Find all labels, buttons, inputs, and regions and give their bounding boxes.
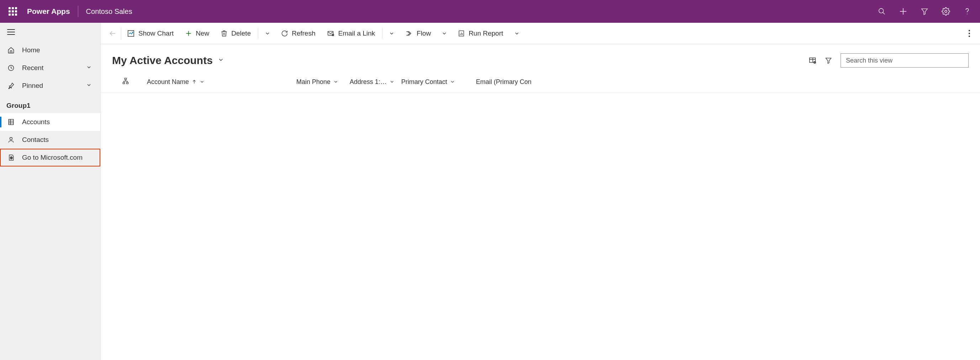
cmd-label: Delete <box>231 30 251 37</box>
show-chart-button[interactable]: Show Chart <box>121 23 179 44</box>
flow-button[interactable]: Flow <box>399 23 436 44</box>
email-icon <box>327 30 335 37</box>
new-button[interactable]: New <box>179 23 215 44</box>
more-commands-button[interactable] <box>962 23 977 44</box>
collapse-sidebar-button[interactable] <box>7 29 15 35</box>
chevron-down-icon <box>514 30 520 36</box>
cmd-label: Show Chart <box>138 30 173 37</box>
svg-marker-4 <box>922 9 928 14</box>
command-bar: Show Chart New Delete Refresh Email a Li… <box>101 23 980 44</box>
svg-point-0 <box>879 8 884 13</box>
cmd-label: Refresh <box>292 30 315 37</box>
back-button[interactable] <box>104 27 121 40</box>
site-map-sidebar: Home Recent Pinned Group1 Account <box>0 23 101 360</box>
back-arrow-icon <box>109 30 117 37</box>
svg-point-5 <box>945 10 947 13</box>
separator <box>382 28 382 39</box>
gear-icon <box>942 7 950 16</box>
column-label: Account Name <box>147 78 189 86</box>
refresh-icon <box>281 30 288 37</box>
chevron-down-icon <box>441 30 447 36</box>
globe-icon <box>7 154 15 161</box>
nav-label: Home <box>22 46 100 54</box>
filter-button[interactable] <box>919 6 930 17</box>
cmd-label: New <box>196 30 209 37</box>
nav-contacts[interactable]: Contacts <box>0 131 100 149</box>
view-selector-button[interactable] <box>218 57 224 64</box>
filter-icon <box>825 57 832 64</box>
nav-accounts[interactable]: Accounts <box>0 113 100 131</box>
svg-rect-21 <box>328 31 333 35</box>
column-header-email[interactable]: Email (Primary Con <box>476 78 969 86</box>
chevron-down-icon <box>86 82 92 90</box>
grid-column-header-row: Account Name Main Phone Address 1:… Prim… <box>101 71 980 93</box>
cmd-label: Email a Link <box>338 30 375 37</box>
column-header-address[interactable]: Address 1:… <box>350 78 401 86</box>
nav-label: Accounts <box>22 118 100 126</box>
chevron-down-icon <box>86 64 92 72</box>
refresh-button[interactable]: Refresh <box>275 23 321 44</box>
edit-columns-button[interactable] <box>808 57 816 64</box>
flow-split-button[interactable] <box>436 23 452 44</box>
plus-icon <box>185 30 192 37</box>
chevron-down-icon <box>450 79 455 84</box>
nav-label: Pinned <box>22 82 86 90</box>
delete-button[interactable]: Delete <box>215 23 256 44</box>
delete-split-button[interactable] <box>260 23 275 44</box>
sort-up-icon <box>192 79 197 84</box>
svg-line-1 <box>883 13 885 14</box>
separator <box>258 28 258 39</box>
trash-icon <box>221 30 228 37</box>
columns-icon <box>808 57 816 64</box>
plus-icon <box>899 7 907 16</box>
create-button[interactable] <box>897 6 909 17</box>
chevron-down-icon <box>390 79 395 84</box>
flow-icon <box>405 30 413 37</box>
main-content: Show Chart New Delete Refresh Email a Li… <box>101 23 980 360</box>
report-split-button[interactable] <box>509 23 525 44</box>
clock-icon <box>7 64 15 72</box>
header-divider <box>78 6 78 17</box>
nav-home[interactable]: Home <box>0 41 100 59</box>
svg-rect-32 <box>125 78 127 80</box>
hierarchy-icon <box>122 78 129 84</box>
svg-rect-33 <box>123 82 125 84</box>
help-icon <box>964 8 970 15</box>
waffle-icon <box>8 7 17 16</box>
chart-icon <box>127 30 135 37</box>
view-header: My Active Accounts <box>101 44 980 71</box>
filter-view-button[interactable] <box>825 57 832 64</box>
email-split-button[interactable] <box>384 23 399 44</box>
chevron-down-icon <box>218 57 224 63</box>
pin-icon <box>7 82 15 90</box>
chevron-down-icon <box>265 30 270 36</box>
column-label: Main Phone <box>296 78 331 86</box>
cmd-label: Run Report <box>468 30 503 37</box>
search-view-input[interactable] <box>840 53 969 68</box>
person-icon <box>7 136 15 144</box>
svg-point-12 <box>10 137 13 140</box>
column-header-main-phone[interactable]: Main Phone <box>296 78 350 86</box>
nav-go-to-microsoft[interactable]: Go to Microsoft.com <box>0 149 100 166</box>
column-label: Primary Contact <box>401 78 447 86</box>
report-icon <box>458 30 465 37</box>
chevron-down-icon <box>389 30 395 36</box>
search-button[interactable] <box>876 6 888 17</box>
svg-marker-31 <box>826 58 831 63</box>
nav-pinned[interactable]: Pinned <box>0 77 100 95</box>
svg-rect-34 <box>127 82 129 84</box>
chevron-down-icon <box>333 79 338 84</box>
run-report-button[interactable]: Run Report <box>452 23 509 44</box>
column-header-account-name[interactable]: Account Name <box>147 78 296 86</box>
column-label: Address 1:… <box>350 78 387 86</box>
hierarchy-column-button[interactable] <box>122 78 147 86</box>
email-link-button[interactable]: Email a Link <box>321 23 381 44</box>
app-launcher-button[interactable] <box>4 0 21 23</box>
cmd-label: Flow <box>417 30 431 37</box>
settings-button[interactable] <box>940 6 951 17</box>
filter-icon <box>921 8 928 15</box>
app-title: Power Apps <box>27 7 70 16</box>
help-button[interactable] <box>961 6 973 17</box>
column-header-primary-contact[interactable]: Primary Contact <box>401 78 476 86</box>
nav-recent[interactable]: Recent <box>0 59 100 77</box>
